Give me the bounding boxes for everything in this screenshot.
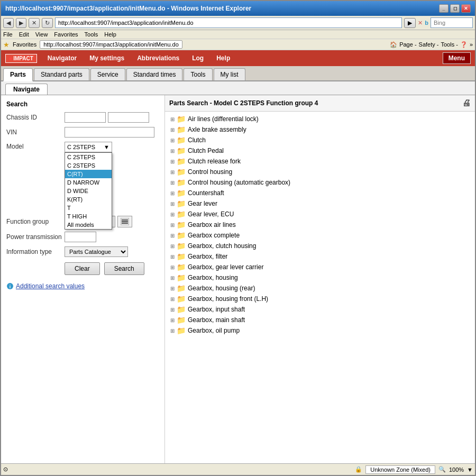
nav-log[interactable]: Log	[186, 52, 210, 64]
list-item[interactable]: ⊞ 📁 Gearbox, input shaft	[165, 304, 475, 315]
list-item[interactable]: ⊞ 📁 Gearbox, housing (rear)	[165, 283, 475, 294]
bing-search-input[interactable]	[431, 17, 473, 28]
minimize-button[interactable]: _	[439, 4, 448, 13]
list-item[interactable]: ⊞ 📁 Gearbox, gear lever carrier	[165, 262, 475, 272]
model-option-2[interactable]: C(RT)	[65, 170, 112, 178]
print-icon[interactable]: 🖨	[462, 98, 471, 108]
favorites-label[interactable]: Favorites	[13, 41, 36, 48]
model-option-3[interactable]: D NARROW	[65, 178, 112, 187]
close-button[interactable]: ✕	[461, 4, 471, 13]
list-item[interactable]: ⊞ 📁 Gearbox, main shaft	[165, 315, 475, 325]
list-item[interactable]: ⊞ 📁 Gearbox complete	[165, 230, 475, 241]
tree-panel[interactable]: ⊞ 📁 Air lines (differential lock) ⊞ 📁 Ax…	[165, 112, 475, 463]
menu-view[interactable]: View	[35, 31, 48, 38]
list-item[interactable]: ⊞ 📁 Clutch release fork	[165, 156, 475, 167]
expand-icon[interactable]: ⊞	[169, 328, 176, 334]
list-item[interactable]: ⊞ 📁 Air lines (differential lock)	[165, 114, 475, 124]
list-item[interactable]: ⊞ 📁 Gearbox, oil pump	[165, 325, 475, 336]
expand-icon[interactable]: ⊞	[169, 286, 176, 291]
more-options[interactable]: »	[470, 41, 473, 48]
expand-icon[interactable]: ⊞	[169, 233, 176, 239]
model-option-1[interactable]: C 2STEPS	[65, 161, 112, 170]
forward-button[interactable]: ▶	[16, 18, 26, 28]
tools-dropdown[interactable]: Tools -	[441, 41, 457, 48]
vin-input[interactable]	[65, 127, 154, 138]
additional-search-label[interactable]: Additional search values	[16, 282, 85, 290]
chassis-id-input-1[interactable]	[65, 112, 106, 123]
clear-button[interactable]: Clear	[65, 262, 100, 275]
list-item[interactable]: ⊞ 📁 Gearbox, housing front (L.H)	[165, 294, 475, 304]
address-input[interactable]	[55, 17, 402, 28]
expand-icon[interactable]: ⊞	[169, 254, 176, 260]
menu-button[interactable]: Menu	[443, 52, 471, 64]
chassis-id-input-2[interactable]	[108, 112, 149, 123]
expand-icon[interactable]: ⊞	[169, 127, 176, 133]
sub-tab-navigate[interactable]: Navigate	[5, 84, 48, 95]
expand-icon[interactable]: ⊞	[169, 159, 176, 164]
model-option-5[interactable]: K(RT)	[65, 195, 112, 204]
expand-icon[interactable]: ⊞	[169, 243, 176, 249]
nav-abbreviations[interactable]: Abbreviations	[131, 52, 186, 64]
list-item[interactable]: ⊞ 📁 Gearbox, clutch housing	[165, 241, 475, 251]
home-icon[interactable]: 🏠	[390, 41, 397, 48]
help-button[interactable]: ❓	[460, 41, 468, 48]
expand-icon[interactable]: ⊞	[169, 201, 176, 207]
nav-help[interactable]: Help	[210, 52, 236, 64]
refresh-button[interactable]: ↻	[42, 18, 53, 28]
safety-dropdown[interactable]: Safety -	[419, 41, 439, 48]
tab-my-list[interactable]: My list	[214, 68, 245, 80]
expand-icon[interactable]: ⊞	[169, 264, 176, 270]
back-button[interactable]: ◀	[3, 18, 14, 28]
expand-icon[interactable]: ⊞	[169, 169, 176, 175]
list-item[interactable]: ⊞ 📁 Gearbox, filter	[165, 251, 475, 262]
list-item[interactable]: ⊞ 📁 Countershaft	[165, 188, 475, 198]
menu-help[interactable]: Help	[104, 31, 116, 38]
tab-service[interactable]: Service	[90, 68, 125, 80]
model-option-6[interactable]: T	[65, 204, 112, 212]
search-button[interactable]: Search	[104, 262, 144, 275]
model-option-7[interactable]: T HIGH	[65, 212, 112, 221]
function-list-icon[interactable]	[117, 216, 132, 227]
expand-icon[interactable]: ⊞	[169, 307, 176, 313]
tab-standard-parts[interactable]: Standard parts	[34, 68, 89, 80]
expand-icon[interactable]: ⊞	[169, 222, 176, 228]
model-option-4[interactable]: D WIDE	[65, 187, 112, 195]
page-dropdown[interactable]: Page -	[399, 41, 416, 48]
list-item[interactable]: ⊞ 📁 Gear lever, ECU	[165, 209, 475, 219]
list-item[interactable]: ⊞ 📁 Control housing	[165, 167, 475, 177]
menu-tools[interactable]: Tools	[85, 31, 98, 38]
go-button[interactable]: ▶	[404, 18, 416, 28]
x-button[interactable]: ✕	[418, 20, 423, 26]
expand-icon[interactable]: ⊞	[169, 148, 176, 154]
list-item[interactable]: ⊞ 📁 Control housing (automatic gearbox)	[165, 177, 475, 188]
tab-tools[interactable]: Tools	[184, 68, 212, 80]
nav-my-settings[interactable]: My settings	[83, 52, 131, 64]
expand-icon[interactable]: ⊞	[169, 116, 176, 122]
favorites-address[interactable]: http://localhost:9907/impact3/applicatio…	[40, 40, 182, 49]
tab-parts[interactable]: Parts	[3, 68, 33, 81]
expand-icon[interactable]: ⊞	[169, 180, 176, 186]
list-item[interactable]: ⊞ 📁 Gearbox, housing	[165, 272, 475, 283]
tab-standard-times[interactable]: Standard times	[126, 68, 183, 80]
expand-icon[interactable]: ⊞	[169, 275, 176, 281]
nav-navigator[interactable]: Navigator	[41, 52, 83, 64]
menu-file[interactable]: File	[3, 31, 13, 38]
info-type-select[interactable]: Parts Catalogue	[65, 246, 128, 257]
list-item[interactable]: ⊞ 📁 Clutch Pedal	[165, 145, 475, 156]
menu-favorites[interactable]: Favorites	[54, 31, 78, 38]
zoom-dropdown-arrow[interactable]: ▼	[467, 466, 473, 473]
list-item[interactable]: ⊞ 📁 Gear lever	[165, 198, 475, 209]
list-item[interactable]: ⊞ 📁 Axle brake assembly	[165, 124, 475, 135]
power-transmission-input[interactable]	[65, 232, 96, 242]
list-item[interactable]: ⊞ 📁 Gearbox air lines	[165, 219, 475, 230]
menu-edit[interactable]: Edit	[19, 31, 29, 38]
list-item[interactable]: ⊞ 📁 Clutch	[165, 135, 475, 145]
model-option-8[interactable]: All models	[65, 221, 112, 229]
expand-icon[interactable]: ⊞	[169, 190, 176, 196]
restore-button[interactable]: ◻	[450, 4, 460, 13]
expand-icon[interactable]: ⊞	[169, 296, 176, 302]
expand-icon[interactable]: ⊞	[169, 212, 176, 217]
expand-icon[interactable]: ⊞	[169, 317, 176, 323]
stop-button[interactable]: ✕	[29, 18, 40, 28]
expand-icon[interactable]: ⊞	[169, 138, 176, 143]
